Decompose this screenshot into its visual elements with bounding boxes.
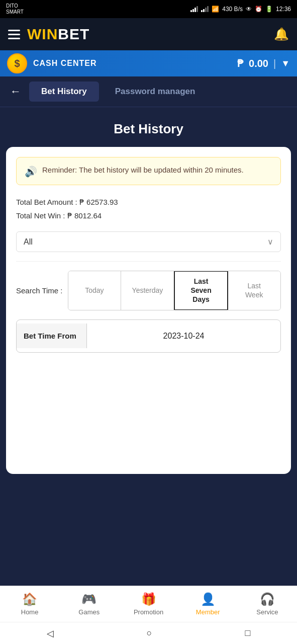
bet-time-row: Bet Time From 2023-10-24 xyxy=(17,320,280,352)
tab-password-management[interactable]: Password managen xyxy=(103,82,208,102)
time-btn-last-seven-days[interactable]: LastSevenDays xyxy=(174,271,229,310)
cash-center-bar: $ CASH CENTER ₱ 0.00 | ▼ xyxy=(0,50,297,76)
nav-service[interactable]: 🎧 Service xyxy=(238,586,297,622)
header-left: WINBET xyxy=(8,26,89,43)
home-system-button[interactable]: ○ xyxy=(147,628,152,638)
bet-time-from-value: 2023-10-24 xyxy=(87,324,280,349)
carrier-info: DITO SMART xyxy=(6,3,24,15)
chevron-down-icon[interactable]: ▼ xyxy=(281,58,290,69)
cash-amount-section: ₱ 0.00 | ▼ xyxy=(237,57,290,69)
reminder-text: Reminder: The bet history will be update… xyxy=(42,165,244,176)
page-title: Bet History xyxy=(0,107,297,147)
header: WINBET 🔔 xyxy=(0,18,297,50)
total-bet-value: 62573.93 xyxy=(86,198,118,206)
status-bar: DITO SMART 📶 430 B/s 👁 ⏰ 🔋 12:36 xyxy=(0,0,297,18)
total-bet-line: Total Bet Amount : ₱ 62573.93 xyxy=(16,195,281,209)
total-net-currency: ₱ xyxy=(67,211,74,220)
battery-icon: 🔋 xyxy=(265,6,273,13)
content-card: 🔊 Reminder: The bet history will be upda… xyxy=(6,147,291,474)
nav-games[interactable]: 🎮 Games xyxy=(59,586,119,622)
bet-time-table: Bet Time From 2023-10-24 xyxy=(16,319,281,353)
signal2-icon xyxy=(201,6,209,12)
eye-icon: 👁 xyxy=(246,6,252,13)
total-net-line: Total Net Win : ₱ 8012.64 xyxy=(16,209,281,222)
home-icon: 🏠 xyxy=(22,592,37,606)
nav-promotion[interactable]: 🎁 Promotion xyxy=(119,586,178,622)
nav-service-label: Service xyxy=(256,608,278,616)
nav-games-label: Games xyxy=(78,608,100,616)
wifi-icon: 📶 xyxy=(212,6,219,13)
recents-system-button[interactable]: □ xyxy=(245,628,251,638)
cash-center-label: CASH CENTER xyxy=(33,59,97,68)
total-bet-label: Total Bet Amount : xyxy=(16,198,77,206)
back-button[interactable]: ← xyxy=(6,83,25,100)
stats-section: Total Bet Amount : ₱ 62573.93 Total Net … xyxy=(16,195,281,222)
dropdown-arrow-icon: ∨ xyxy=(267,237,273,247)
system-bar: ◁ ○ □ xyxy=(0,622,297,644)
bet-time-from-label: Bet Time From xyxy=(17,324,87,348)
time-options: Today Yesterday LastSevenDays LastWeek xyxy=(68,271,281,310)
dropdown-selected-value: All xyxy=(24,237,33,247)
cash-value: 0.00 xyxy=(249,58,268,69)
cash-coin-icon: $ xyxy=(7,53,27,73)
time-btn-today[interactable]: Today xyxy=(68,271,122,310)
total-net-label: Total Net Win : xyxy=(16,211,65,220)
nav-member[interactable]: 👤 Member xyxy=(178,586,238,622)
divider xyxy=(16,261,281,262)
time-btn-last-week[interactable]: LastWeek xyxy=(228,271,280,310)
reminder-box: 🔊 Reminder: The bet history will be upda… xyxy=(16,157,281,185)
back-system-button[interactable]: ◁ xyxy=(47,628,54,639)
cash-currency: ₱ xyxy=(237,57,244,69)
cash-divider: | xyxy=(273,58,276,69)
nav-home[interactable]: 🏠 Home xyxy=(0,586,59,622)
signal-icon xyxy=(190,6,198,12)
service-icon: 🎧 xyxy=(260,592,275,606)
total-bet-currency: ₱ xyxy=(79,198,86,206)
tab-bet-history[interactable]: Bet History xyxy=(29,82,99,102)
carrier-name: DITO xyxy=(6,3,24,9)
bottom-nav: 🏠 Home 🎮 Games 🎁 Promotion 👤 Member 🎧 Se… xyxy=(0,586,297,622)
alarm-icon: ⏰ xyxy=(255,6,262,13)
carrier2-name: SMART xyxy=(6,9,24,15)
logo-text: WINBET xyxy=(27,26,89,43)
total-net-value: 8012.64 xyxy=(74,211,102,220)
logo: WINBET xyxy=(27,26,89,43)
search-time-row: Search Time : Today Yesterday LastSevenD… xyxy=(16,271,281,310)
games-icon: 🎮 xyxy=(81,592,96,606)
category-dropdown[interactable]: All ∨ xyxy=(16,231,281,252)
nav-home-label: Home xyxy=(21,608,39,616)
nav-promotion-label: Promotion xyxy=(134,608,163,616)
data-speed: 430 B/s xyxy=(222,6,243,13)
hamburger-menu[interactable] xyxy=(8,30,20,39)
tabs-nav: ← Bet History Password managen xyxy=(0,76,297,107)
speaker-icon: 🔊 xyxy=(25,166,37,178)
promotion-icon: 🎁 xyxy=(141,592,156,606)
search-time-label: Search Time : xyxy=(16,271,68,310)
bell-icon[interactable]: 🔔 xyxy=(274,27,289,41)
nav-member-label: Member xyxy=(196,608,220,616)
time-btn-yesterday[interactable]: Yesterday xyxy=(121,271,174,310)
clock: 12:36 xyxy=(276,6,291,13)
member-icon: 👤 xyxy=(201,592,216,606)
status-right: 📶 430 B/s 👁 ⏰ 🔋 12:36 xyxy=(190,6,291,13)
